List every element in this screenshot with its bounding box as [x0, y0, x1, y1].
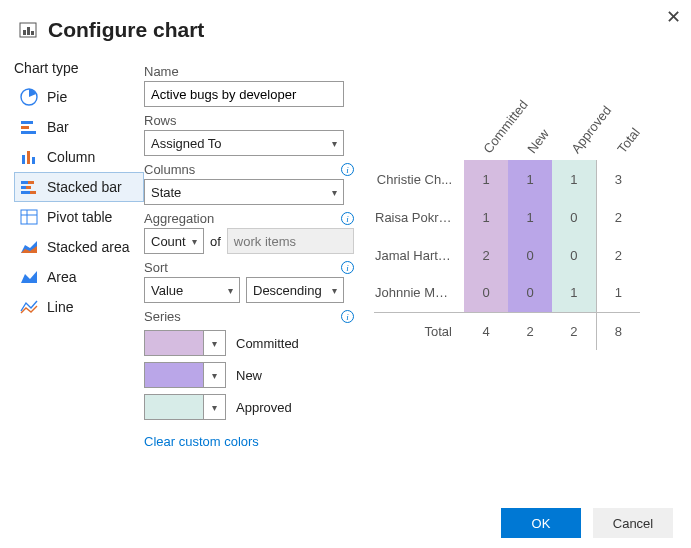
bar-icon: [19, 117, 39, 137]
pivot-cell: 0: [508, 274, 552, 312]
pivot-cell: 2: [596, 236, 640, 274]
chart-type-label: Stacked bar: [47, 179, 122, 195]
line-icon: [19, 297, 39, 317]
info-icon[interactable]: i: [341, 212, 354, 225]
aggregation-units: work items: [227, 228, 354, 254]
svg-rect-11: [21, 181, 28, 184]
chart-type-stacked-bar[interactable]: Stacked bar: [14, 172, 144, 202]
svg-rect-3: [31, 31, 34, 35]
svg-marker-22: [21, 271, 37, 283]
pivot-row-label: Christie Ch...: [374, 160, 464, 198]
chevron-down-icon: ▾: [228, 285, 233, 296]
chevron-down-icon: ▾: [203, 331, 225, 355]
pivot-table-icon: [19, 207, 39, 227]
chart-type-pie[interactable]: Pie: [14, 82, 144, 112]
series-color-select-1[interactable]: ▾: [144, 362, 226, 388]
svg-rect-5: [21, 121, 33, 124]
columns-select[interactable]: State▾: [144, 179, 344, 205]
info-icon[interactable]: i: [341, 310, 354, 323]
ok-button[interactable]: OK: [501, 508, 581, 538]
chart-type-label: Line: [47, 299, 73, 315]
svg-rect-17: [21, 210, 37, 224]
chevron-down-icon: ▾: [203, 363, 225, 387]
rows-label: Rows: [144, 113, 177, 128]
chevron-down-icon: ▾: [203, 395, 225, 419]
series-color-select-0[interactable]: ▾: [144, 330, 226, 356]
chart-type-label: Column: [47, 149, 95, 165]
pivot-cell: 1: [552, 160, 596, 198]
svg-rect-13: [21, 186, 26, 189]
info-icon[interactable]: i: [341, 261, 354, 274]
pivot-col-header: Total: [614, 125, 643, 156]
name-label: Name: [144, 64, 179, 79]
color-swatch: [145, 363, 203, 387]
pivot-total-cell: 2: [552, 312, 596, 350]
pivot-total-cell: 8: [596, 312, 640, 350]
series-name: Committed: [236, 336, 299, 351]
svg-rect-16: [30, 191, 36, 194]
pivot-cell: 1: [464, 160, 508, 198]
aggregation-label: Aggregation: [144, 211, 214, 226]
pivot-total-cell: 2: [508, 312, 552, 350]
svg-rect-15: [21, 191, 30, 194]
info-icon[interactable]: i: [341, 163, 354, 176]
chart-icon: [18, 20, 38, 40]
pivot-cell: 1: [552, 274, 596, 312]
aggregation-select[interactable]: Count▾: [144, 228, 204, 254]
pivot-cell: 0: [552, 198, 596, 236]
color-swatch: [145, 395, 203, 419]
pivot-col-header: New: [524, 126, 552, 156]
column-icon: [19, 147, 39, 167]
chart-type-label: Area: [47, 269, 77, 285]
pivot-total-cell: 4: [464, 312, 508, 350]
svg-rect-14: [26, 186, 31, 189]
pivot-cell: 0: [508, 236, 552, 274]
aggregate-of: of: [210, 234, 221, 249]
pivot-cell: 1: [464, 198, 508, 236]
pie-icon: [19, 87, 39, 107]
pivot-row-label: Johnnie McL...: [374, 274, 464, 312]
pivot-cell: 2: [596, 198, 640, 236]
pivot-cell: 3: [596, 160, 640, 198]
stacked-area-icon: [19, 237, 39, 257]
area-icon: [19, 267, 39, 287]
chart-type-label: Stacked area: [47, 239, 130, 255]
clear-custom-colors-link[interactable]: Clear custom colors: [144, 434, 354, 449]
pivot-cell: 1: [596, 274, 640, 312]
svg-rect-2: [27, 27, 30, 35]
name-input[interactable]: [144, 81, 344, 107]
rows-select[interactable]: Assigned To▾: [144, 130, 344, 156]
pivot-col-header: Approved: [568, 103, 614, 156]
chart-type-line[interactable]: Line: [14, 292, 144, 322]
svg-rect-6: [21, 126, 29, 129]
chart-type-label: Bar: [47, 119, 69, 135]
sort-dir-select[interactable]: Descending▾: [246, 277, 344, 303]
chart-type-area[interactable]: Area: [14, 262, 144, 292]
pivot-row-label: Jamal Hartn...: [374, 236, 464, 274]
svg-rect-7: [21, 131, 36, 134]
pivot-row-label: Raisa Pokro...: [374, 198, 464, 236]
sort-by-select[interactable]: Value▾: [144, 277, 240, 303]
chart-type-label: Pie: [47, 89, 67, 105]
series-color-select-2[interactable]: ▾: [144, 394, 226, 420]
chart-type-pivot-table[interactable]: Pivot table: [14, 202, 144, 232]
pivot-cell: 0: [464, 274, 508, 312]
series-name: Approved: [236, 400, 292, 415]
series-label: Series: [144, 309, 181, 324]
svg-rect-10: [32, 157, 35, 164]
pivot-col-header: Committed: [480, 97, 531, 156]
chevron-down-icon: ▾: [332, 285, 337, 296]
chart-type-label: Pivot table: [47, 209, 112, 225]
cancel-button[interactable]: Cancel: [593, 508, 673, 538]
pivot-cell: 0: [552, 236, 596, 274]
chevron-down-icon: ▾: [332, 138, 337, 149]
close-icon[interactable]: ✕: [666, 6, 681, 28]
chart-type-stacked-area[interactable]: Stacked area: [14, 232, 144, 262]
pivot-total-label: Total: [374, 312, 464, 350]
dialog-title: Configure chart: [48, 18, 204, 42]
svg-rect-12: [28, 181, 34, 184]
chart-type-column[interactable]: Column: [14, 142, 144, 172]
chart-type-bar[interactable]: Bar: [14, 112, 144, 142]
color-swatch: [145, 331, 203, 355]
sort-label: Sort: [144, 260, 168, 275]
